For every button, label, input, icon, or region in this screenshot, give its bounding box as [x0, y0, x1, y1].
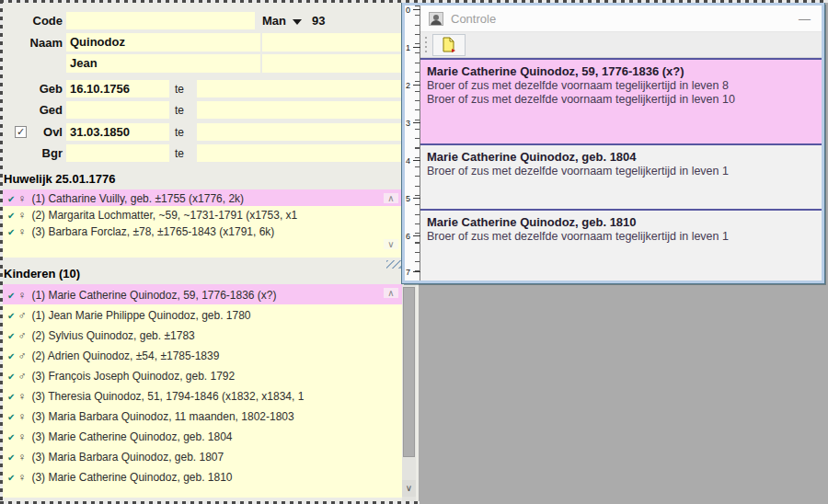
child-item-label: (3) Maria Barbara Quinodoz, geb. 1807: [31, 451, 224, 464]
record-number: 93: [312, 14, 325, 28]
male-icon: ♂: [17, 329, 26, 342]
marriage-item-label: (3) Barbara Forclaz, ±78, ±1765-1843 (x1…: [31, 225, 274, 238]
panel-scrollbar[interactable]: ∨: [402, 284, 416, 501]
entry-message: Broer of zus met dezelfde voornaam tegel…: [427, 79, 815, 93]
scroll-down-icon[interactable]: ∨: [402, 480, 416, 497]
marriage-list-item[interactable]: ✔♀(1) Catharine Vuilly, geb. ±1755 (x177…: [3, 189, 402, 206]
child-list-item[interactable]: ✔♂(2) Sylvius Quinodoz, geb. ±1783: [3, 325, 402, 345]
ruler-number: 7: [406, 268, 410, 277]
burial-date-field[interactable]: [66, 144, 169, 162]
controle-window: 0 1 2 3 4 5 6 7 Controle — Marie Ca: [402, 3, 824, 283]
birth-date-field[interactable]: 16.10.1756: [66, 80, 169, 97]
gender-value: Man: [262, 14, 286, 28]
child-list-item[interactable]: ✔♂(1) Jean Marie Philippe Quinodoz, geb.…: [3, 304, 402, 325]
burial-place-field[interactable]: [197, 144, 402, 162]
scroll-up-icon[interactable]: ∧: [384, 288, 398, 298]
baptism-date-field[interactable]: [66, 101, 169, 119]
controle-entry[interactable]: Marie Catherine Quinodoz, geb. 1804 Broe…: [420, 143, 822, 209]
child-list-item[interactable]: ✔♀(3) Marie Catherine Quinodoz, geb. 180…: [3, 426, 402, 446]
vertical-ruler: 0 1 2 3 4 5 6 7: [405, 6, 420, 281]
check-icon: ✔: [7, 331, 15, 341]
burial-te-label: te: [175, 147, 184, 160]
check-icon: ✔: [7, 412, 15, 422]
check-icon: ✔: [7, 432, 15, 442]
female-icon: ♀: [17, 225, 26, 238]
death-date-field[interactable]: 31.03.1850: [66, 123, 169, 141]
birth-place-field[interactable]: [197, 80, 402, 97]
check-icon: ✔: [7, 227, 15, 237]
death-place-field[interactable]: [197, 123, 402, 141]
female-icon: ♀: [17, 410, 26, 423]
child-item-label: (3) Maria Barbara Quinodoz, 11 maanden, …: [31, 410, 293, 423]
entry-title: Marie Catherine Quinodoz, geb. 1810: [427, 214, 815, 230]
female-icon: ♀: [17, 209, 26, 222]
scrollbar-thumb[interactable]: [403, 287, 415, 457]
children-list: ✔♀(1) Marie Catherine Quinodoz, 59, 1776…: [3, 284, 402, 498]
scroll-up-icon[interactable]: ∧: [384, 193, 398, 203]
baptism-label: Ged: [3, 103, 63, 117]
scroll-down-icon[interactable]: ∨: [384, 239, 398, 249]
controle-title: Controle: [451, 12, 496, 26]
controle-entry[interactable]: Marie Catherine Quinodoz, 59, 1776-1836 …: [420, 58, 822, 143]
child-list-item[interactable]: ✔♂(3) François Joseph Quinodoz, geb. 179…: [3, 365, 402, 385]
death-te-label: te: [175, 126, 184, 139]
code-label: Code: [3, 14, 63, 28]
marriage-list: ✔♀(1) Catharine Vuilly, geb. ±1755 (x177…: [3, 189, 402, 258]
resize-grip-icon[interactable]: [386, 260, 401, 269]
child-item-label: (1) Jean Marie Philippe Quinodoz, geb. 1…: [31, 309, 250, 322]
female-icon: ♀: [17, 471, 26, 484]
check-icon: ✔: [7, 311, 15, 321]
report-button[interactable]: [432, 34, 466, 56]
person-icon: [429, 12, 443, 26]
controle-title-bar[interactable]: Controle —: [420, 6, 822, 32]
child-list-item[interactable]: ✔♀(3) Theresia Quinodoz, 51, 1794-1846 (…: [3, 385, 402, 406]
ruler-number: 5: [406, 194, 410, 203]
child-item-label: (3) François Joseph Quinodoz, geb. 1792: [31, 370, 235, 383]
baptism-place-field[interactable]: [197, 101, 402, 119]
controle-results-list: Marie Catherine Quinodoz, 59, 1776-1836 …: [420, 58, 822, 281]
name-label: Naam: [3, 36, 63, 50]
child-list-item[interactable]: ✔♀(1) Marie Catherine Quinodoz, 59, 1776…: [3, 284, 402, 304]
child-list-item[interactable]: ✔♀(3) Marie Catherine Quinodoz, geb. 181…: [3, 466, 402, 487]
child-item-label: (3) Theresia Quinodoz, 51, 1794-1846 (x1…: [31, 390, 304, 403]
person-form-panel: Code Man 93 Naam Quinodoz Jean Geb 16.10…: [3, 3, 419, 501]
check-icon: ✔: [7, 194, 15, 204]
surname-suffix-field[interactable]: [262, 33, 402, 52]
controle-toolbar: [420, 32, 822, 58]
window-edge-top: [0, 0, 828, 3]
controle-entry[interactable]: Marie Catherine Quinodoz, geb. 1810 Broe…: [420, 209, 822, 281]
ruler-number: 0: [406, 6, 410, 15]
child-list-item[interactable]: ✔♀(3) Maria Barbara Quinodoz, geb. 1807: [3, 446, 402, 466]
gender-dropdown[interactable]: Man: [262, 14, 302, 28]
child-item-label: (1) Marie Catherine Quinodoz, 59, 1776-1…: [31, 289, 276, 302]
surname-field[interactable]: Quinodoz: [66, 33, 260, 52]
check-icon: ✔: [7, 392, 15, 402]
ruler-number: 4: [406, 156, 410, 166]
check-icon: ✔: [7, 211, 15, 221]
child-item-label: (3) Marie Catherine Quinodoz, geb. 1810: [31, 471, 232, 484]
child-item-label: (2) Sylvius Quinodoz, geb. ±1783: [31, 329, 194, 342]
check-icon: ✔: [7, 473, 15, 483]
female-icon: ♀: [17, 430, 26, 443]
marriage-section-header: Huwelijk 25.01.1776: [4, 172, 115, 186]
entry-message: Broer of zus met dezelfde voornaam tegel…: [427, 93, 815, 107]
toolbar-drag-handle[interactable]: [425, 37, 427, 53]
entry-title: Marie Catherine Quinodoz, geb. 1804: [427, 149, 815, 165]
marriage-list-item[interactable]: ✔♀(2) Margarita Lochmatter, ~59, ~1731-1…: [3, 206, 402, 223]
child-item-label: (3) Marie Catherine Quinodoz, geb. 1804: [31, 430, 232, 443]
marriage-item-label: (1) Catharine Vuilly, geb. ±1755 (x1776,…: [31, 192, 244, 205]
given-name-suffix-field[interactable]: [262, 54, 402, 73]
ruler-number: 2: [406, 81, 410, 90]
male-icon: ♂: [17, 370, 26, 383]
code-field[interactable]: [66, 12, 255, 29]
marriage-list-item[interactable]: ✔♀(3) Barbara Forclaz, ±78, ±1765-1843 (…: [3, 223, 402, 239]
ruler-number: 6: [406, 232, 410, 241]
given-name-field[interactable]: Jean: [66, 54, 260, 73]
minimize-button[interactable]: —: [799, 12, 811, 26]
entry-message: Broer of zus met dezelfde voornaam tegel…: [427, 165, 815, 178]
birth-te-label: te: [175, 83, 184, 96]
child-list-item[interactable]: ✔♂(2) Adrien Quinodoz, ±54, ±1785-1839: [3, 345, 402, 365]
burial-label: Bgr: [3, 146, 63, 160]
child-list-item[interactable]: ✔♀(3) Maria Barbara Quinodoz, 11 maanden…: [3, 406, 402, 426]
male-icon: ♂: [17, 349, 26, 362]
